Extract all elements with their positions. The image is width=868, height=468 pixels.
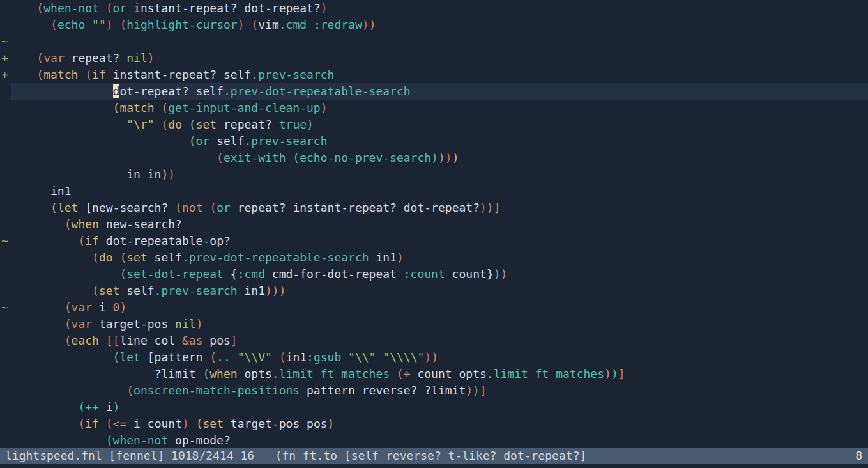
code-line[interactable]: + (var repeat? nil) [0, 50, 868, 66]
code-token [9, 384, 126, 397]
code-token: ( [106, 417, 113, 430]
code-token: match [119, 101, 154, 114]
code-line[interactable]: (let [new-search? (not (or repeat? insta… [0, 199, 868, 216]
code-line[interactable]: (when-not (or instant-repeat? dot-repeat… [0, 0, 868, 17]
code-token: { [224, 267, 238, 281]
code-line-cursorline[interactable]: dot-repeat? self.prev-dot-repeatable-sea… [0, 83, 868, 100]
code-token: ) [369, 18, 376, 31]
code-token: each [72, 334, 99, 347]
code-token: ( [196, 417, 203, 430]
code-token: nil [175, 317, 196, 331]
code-token: "\\" [348, 350, 376, 364]
code-token [9, 201, 50, 214]
code-line[interactable]: ~ (if dot-repeatable-op? [0, 233, 868, 249]
code-token: .. [217, 350, 231, 364]
code-line[interactable]: (var target-pos nil) [0, 316, 868, 332]
code-token: ( [50, 201, 57, 214]
code-line[interactable]: (let [pattern (.. "\\V" (in1:gsub "\\" "… [0, 349, 868, 366]
code-token: \r [133, 118, 148, 131]
code-token: i count [126, 417, 182, 430]
gitsign-added-icon: + [1, 66, 9, 83]
code-line[interactable]: (exit-with (echo-no-prev-search)))) [0, 150, 868, 166]
code-token [9, 1, 36, 15]
code-line[interactable]: (++ i) [0, 399, 868, 416]
code-line[interactable]: "\r" (do (set repeat? true) [0, 116, 868, 133]
code-token: in in [9, 168, 161, 181]
code-token: line col [119, 334, 182, 347]
code-token [99, 417, 106, 430]
code-token: if [85, 234, 99, 247]
code-token: self [209, 134, 244, 148]
code-token: .limit_ft_matches [487, 367, 604, 380]
code-token: if [92, 68, 106, 81]
code-line[interactable]: (set-dot-repeat {:cmd cmd-for-dot-repeat… [0, 266, 868, 283]
code-token: ) [480, 201, 487, 214]
code-line[interactable]: in in)) [0, 166, 868, 183]
code-token: ot-repeat? self [119, 84, 224, 98]
code-token [9, 151, 217, 164]
code-token: .prev-search [251, 68, 334, 81]
code-line[interactable]: + (match (if instant-repeat? self.prev-s… [0, 66, 868, 83]
code-token: :gsub [307, 350, 341, 364]
code-token: highlight-cursor [126, 18, 237, 31]
code-line[interactable]: (do (set self.prev-dot-repeatable-search… [0, 249, 868, 266]
code-line[interactable]: (each [[line col &as pos] [0, 332, 868, 349]
code-token: ) [265, 284, 272, 297]
code-token: ( [397, 367, 404, 380]
code-token: .prev-search [244, 134, 327, 148]
code-token: ) [473, 384, 480, 397]
code-token [155, 118, 162, 131]
code-token: count} [445, 267, 494, 281]
code-token: ( [209, 201, 217, 214]
statusline-right-value: 8 [855, 448, 862, 464]
code-line[interactable]: ?limit (when opts.limit_ft_matches (+ co… [0, 366, 868, 382]
code-token [85, 18, 92, 31]
code-token: exit-with [224, 151, 286, 164]
code-token: ( [189, 118, 196, 131]
code-token: [ [113, 334, 120, 347]
code-token [9, 350, 113, 364]
code-line[interactable]: (when new-search? [0, 216, 868, 233]
code-token: ( [161, 118, 168, 131]
gitsign-added-icon: + [1, 50, 9, 66]
code-token: 0 [113, 300, 120, 314]
code-token: ( [65, 317, 72, 331]
code-token: get-input-and-clean-up [168, 101, 320, 114]
code-token [113, 18, 120, 31]
code-line[interactable]: (set self.prev-search in1))) [0, 283, 868, 299]
code-token: repeat? instant-repeat? dot-repeat? [231, 201, 480, 214]
code-token: <= [113, 417, 127, 430]
code-token: ) [431, 350, 438, 364]
code-token [78, 68, 85, 81]
code-token [202, 201, 209, 214]
code-token: "\\\\" [383, 350, 424, 364]
code-token: + [404, 367, 411, 380]
code-line[interactable]: ~ (var i 0) [0, 299, 868, 316]
code-token: op-mode? [168, 433, 231, 447]
code-token: var [72, 317, 93, 331]
code-token: ( [189, 134, 196, 148]
code-line[interactable]: (echo "") (highlight-cursor) (vim.cmd :r… [0, 17, 868, 33]
code-token: ( [126, 384, 133, 397]
code-buffer[interactable]: (when-not (or instant-repeat? dot-repeat… [0, 0, 868, 448]
code-token: pattern reverse? ?limit [300, 384, 466, 397]
code-token: var [72, 300, 93, 314]
code-token: instant-repeat? dot-repeat? [126, 1, 320, 15]
code-line[interactable]: (or self.prev-search [0, 133, 868, 150]
code-token: ) [494, 267, 501, 281]
code-line[interactable]: (when-not op-mode? [0, 432, 868, 448]
code-token: " [126, 118, 133, 131]
code-line[interactable]: (match (get-input-and-clean-up) [0, 100, 868, 116]
code-line[interactable]: ~ [0, 33, 868, 50]
code-token: or [196, 134, 210, 148]
command-line[interactable] [0, 464, 868, 468]
code-token: self [148, 251, 182, 264]
code-line[interactable]: (if (<= i count) (set target-pos pos) [0, 416, 868, 432]
code-token: in1 [286, 350, 307, 364]
code-token: "\\V" [238, 350, 272, 364]
code-line[interactable]: (onscreen-match-positions pattern revers… [0, 382, 868, 399]
code-line[interactable]: in1 [0, 183, 868, 199]
code-token: set [99, 284, 120, 297]
code-token: self [119, 284, 154, 297]
code-token: ( [65, 217, 72, 231]
